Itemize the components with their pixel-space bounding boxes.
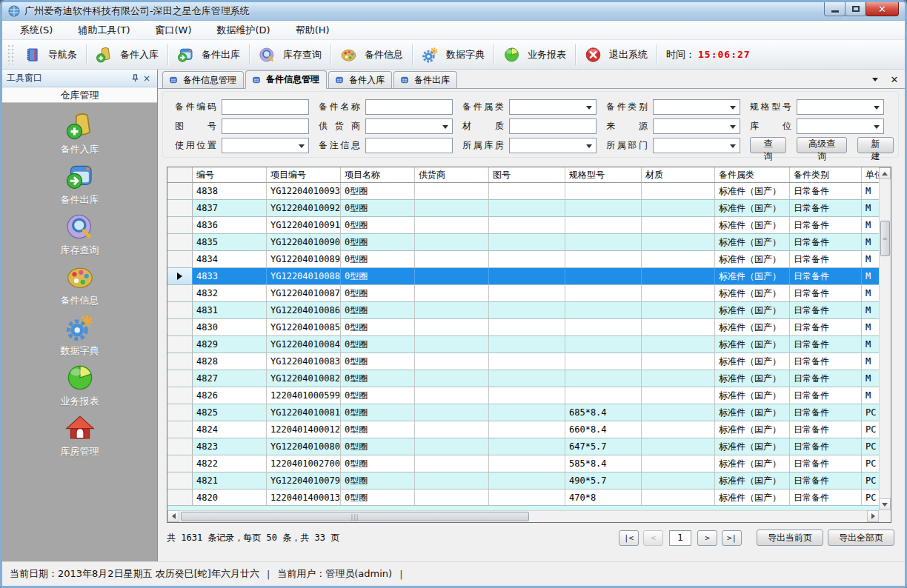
vscroll-thumb[interactable]: ≡	[880, 221, 890, 256]
sidebar-item-业务报表[interactable]: 业务报表	[2, 361, 157, 411]
field-input-备注信息[interactable]	[365, 138, 453, 153]
field-input-图 号[interactable]	[222, 118, 309, 134]
scroll-down-icon[interactable]	[879, 498, 891, 510]
field-select-备件类别[interactable]	[653, 99, 740, 115]
menu-item[interactable]: 数据维护(D)	[210, 21, 278, 39]
tab-4[interactable]: 备件出库	[393, 71, 457, 88]
scroll-left-icon[interactable]	[167, 510, 179, 522]
sidebar-item-库房管理[interactable]: 库房管理	[2, 411, 157, 461]
column-header-图号[interactable]: 图号	[489, 167, 565, 182]
table-row[interactable]: 4821YG122040100790型圈490*5.7标准件（国产）日常备件PC	[167, 472, 879, 490]
close-icon[interactable]: ✕	[888, 73, 900, 85]
column-header-项目编号[interactable]: 项目编号	[267, 167, 341, 182]
column-header-编号[interactable]: 编号	[193, 167, 267, 182]
new-button[interactable]: 新建	[857, 137, 894, 153]
tab-2[interactable]: 备件信息管理	[245, 70, 327, 89]
tab-1[interactable]: 备件信息管理	[162, 71, 244, 88]
toolbar-button-1[interactable]: 导航条	[18, 42, 83, 67]
table-cell: 标准件（国产）	[715, 319, 790, 335]
table-row[interactable]: 4832YG122040100870型圈标准件（国产）日常备件M	[167, 285, 879, 302]
last-page-button[interactable]: >|	[722, 530, 742, 546]
page-number-input[interactable]: 1	[669, 530, 691, 546]
table-row[interactable]: 482012204014000130型圈470*8标准件（国产）日常备件PC	[167, 490, 879, 507]
toolbar-button-2[interactable]: 备件入库	[90, 42, 165, 67]
vertical-scrollbar[interactable]: ≡	[879, 167, 891, 510]
table-row[interactable]: 4825YG122040100810型圈685*8.4标准件（国产）日常备件PC	[167, 404, 879, 421]
toolbar-button-6[interactable]: 数据字典	[416, 42, 491, 67]
menu-item[interactable]: 窗口(W)	[148, 21, 199, 39]
toolbar-grip[interactable]	[8, 45, 13, 64]
scroll-right-icon[interactable]	[867, 510, 879, 522]
row-selector	[167, 404, 193, 421]
column-header-供货商[interactable]: 供货商	[415, 167, 489, 182]
query-button[interactable]: 查询	[750, 137, 786, 153]
column-header-selector	[167, 167, 193, 182]
column-header-单位[interactable]: 单位	[862, 167, 879, 182]
field-select-使用位置[interactable]	[222, 138, 309, 153]
toolbar-button-8[interactable]: 退出系统	[579, 42, 654, 67]
prev-page-button[interactable]: <	[643, 530, 663, 546]
column-header-规格型号[interactable]: 规格型号	[565, 167, 642, 182]
table-row[interactable]: 4835YG122040100900型圈标准件（国产）日常备件M	[167, 234, 879, 251]
close-icon[interactable]: ×	[141, 73, 153, 84]
table-row[interactable]: 4828YG122040100830型圈标准件（国产）日常备件M	[167, 353, 879, 370]
sidebar-item-备件入库[interactable]: 备件入库	[2, 109, 157, 159]
toolbar-button-4[interactable]: 库存查询	[253, 42, 328, 67]
table-row[interactable]: 4833YG122040100880型圈标准件（国产）日常备件M	[167, 268, 879, 285]
scroll-up-icon[interactable]	[879, 167, 891, 179]
table-cell	[489, 421, 565, 438]
toolbar-button-5[interactable]: 备件信息	[334, 42, 409, 67]
field-input-材 质[interactable]	[509, 118, 597, 134]
menu-item[interactable]: 帮助(H)	[288, 21, 337, 39]
sidebar-item-备件信息[interactable]: 备件信息	[2, 260, 157, 310]
field-select-所属库房[interactable]	[509, 138, 597, 153]
table-row[interactable]: 4838YG122040100930型圈标准件（国产）日常备件M	[167, 183, 879, 200]
horizontal-scrollbar[interactable]: |||	[167, 510, 879, 522]
field-select-来 源[interactable]	[653, 118, 740, 134]
table-row[interactable]: 482612204010005990型圈标准件（国产）日常备件M	[167, 387, 879, 404]
close-button[interactable]: ✕	[866, 2, 899, 16]
table-row[interactable]: 482212204010027000型圈585*8.4标准件（国产）日常备件PC	[167, 455, 879, 472]
field-select-库 位[interactable]	[797, 118, 884, 134]
sidebar-item-库存查询[interactable]: 库存查询	[2, 210, 157, 260]
table-row[interactable]: 482412204014000120型圈660*8.4标准件（国产）日常备件PC	[167, 421, 879, 438]
tab-3[interactable]: 备件入库	[328, 71, 392, 88]
minimize-button[interactable]	[824, 2, 845, 16]
menu-item[interactable]: 辅助工具(T)	[70, 21, 137, 39]
table-row[interactable]: 4836YG122040100910型圈标准件（国产）日常备件M	[167, 217, 879, 234]
toolbar-button-7[interactable]: 业务报表	[497, 42, 572, 67]
column-header-备件类别[interactable]: 备件类别	[790, 167, 862, 182]
table-row[interactable]: 4834YG122040100890型圈标准件（国产）日常备件M	[167, 251, 879, 268]
pin-icon[interactable]	[129, 73, 141, 84]
field-input-备件名称[interactable]	[365, 99, 453, 115]
field-select-备件属类[interactable]	[509, 99, 597, 115]
table-row[interactable]: 4831YG122040100860型圈标准件（国产）日常备件M	[167, 302, 879, 319]
advanced-query-button[interactable]: 高级查询	[797, 137, 847, 153]
table-row[interactable]: 4830YG122040100850型圈标准件（国产）日常备件M	[167, 319, 879, 336]
maximize-button[interactable]	[845, 2, 866, 16]
chevron-down-icon[interactable]	[869, 73, 881, 85]
table-row[interactable]: 4829YG122040100840型圈标准件（国产）日常备件M	[167, 336, 879, 353]
toolbar-button-3[interactable]: 备件出库	[171, 42, 246, 67]
column-header-项目名称[interactable]: 项目名称	[341, 167, 415, 182]
next-page-button[interactable]: >	[697, 530, 717, 546]
export-all-pages-button[interactable]: 导出全部页	[828, 529, 894, 546]
sidebar-item-数据字典[interactable]: 数据字典	[2, 310, 157, 361]
hscroll-thumb[interactable]: |||	[181, 512, 529, 521]
table-cell: 标准件（国产）	[715, 336, 790, 353]
table-cell: 4829	[193, 336, 267, 353]
field-select-供 货 商[interactable]	[365, 118, 453, 134]
field-input-备件编码[interactable]	[222, 99, 309, 115]
table-row[interactable]: 4837YG122040100920型圈标准件（国产）日常备件M	[167, 200, 879, 217]
table-cell: M	[862, 183, 879, 199]
first-page-button[interactable]: |<	[619, 530, 639, 546]
field-select-所属部门[interactable]	[653, 138, 740, 153]
column-header-材质[interactable]: 材质	[642, 167, 715, 182]
table-row[interactable]: 4823YG122040100800型圈647*5.7标准件（国产）日常备件PC	[167, 438, 879, 455]
menu-item[interactable]: 系统(S)	[13, 21, 60, 39]
export-current-page-button[interactable]: 导出当前页	[757, 529, 823, 546]
sidebar-item-备件出库[interactable]: 备件出库	[2, 159, 157, 210]
field-select-规格型号[interactable]	[797, 99, 884, 115]
column-header-备件属类[interactable]: 备件属类	[715, 167, 790, 182]
table-row[interactable]: 4827YG122040100820型圈标准件（国产）日常备件M	[167, 370, 879, 387]
